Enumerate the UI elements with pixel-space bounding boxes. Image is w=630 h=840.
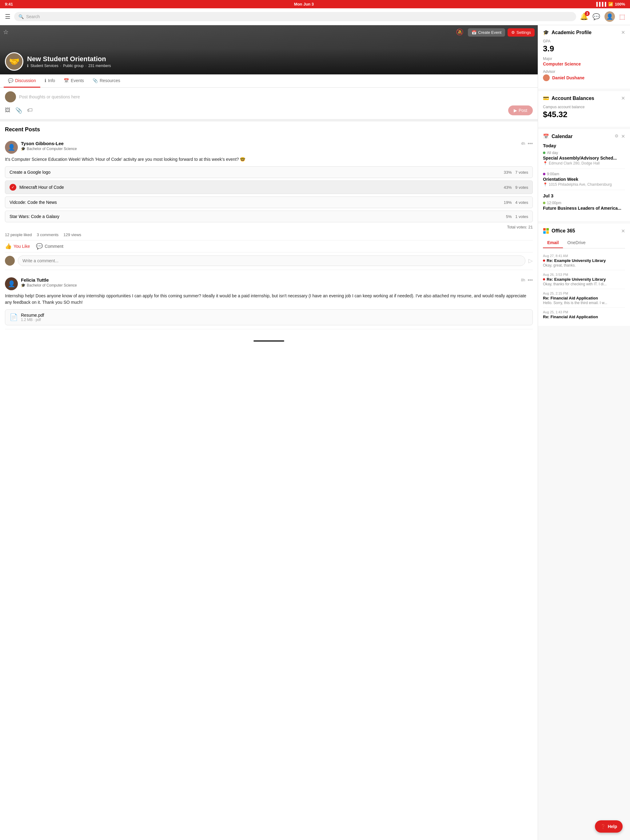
email-item-3[interactable]: Aug 25, 2:15 PM Re: Financial Aid Applic… (543, 289, 625, 308)
group-title: New Student Orientation (27, 55, 111, 63)
header-actions: 🔕 📅 Create Event ⚙ Settings (456, 28, 535, 36)
gpa-value: 3.9 (543, 44, 625, 54)
email-time-1: Aug 27, 8:41 AM (543, 254, 625, 257)
email-item-4[interactable]: Aug 25, 1:43 PM Re: Financial Aid Applic… (543, 308, 625, 322)
poll-option-4[interactable]: Star Wars: Code a Galaxy 5% 1 votes (5, 211, 533, 222)
email-item-2[interactable]: Aug 26, 3:53 PM Re: Example University L… (543, 270, 625, 289)
major-label: Major (543, 57, 625, 61)
left-column: ☆ 🔕 📅 Create Event ⚙ Settings 🤝 (0, 25, 538, 840)
academic-close-button[interactable]: ✕ (621, 30, 625, 35)
poll-option-3[interactable]: Vidcode: Code the News 19% 4 votes (5, 196, 533, 208)
tab-info[interactable]: ℹ Info (40, 74, 59, 88)
tab-email[interactable]: Email (543, 238, 563, 248)
balance-icon: 💳 (543, 95, 549, 101)
image-icon[interactable]: 🖼 (5, 107, 11, 114)
tab-resources[interactable]: 📎 Resources (88, 74, 125, 88)
attachment[interactable]: 📄 Resume.pdf 1.2 MB · pdf (5, 309, 533, 325)
post-media-icons: 🖼 📎 🏷 (5, 107, 33, 114)
post-placeholder[interactable]: Post thoughts or questions here (19, 95, 533, 99)
logout-icon[interactable]: ⬚ (619, 13, 625, 20)
gpa-row: GPA 3.9 (543, 39, 625, 54)
email-item-1[interactable]: Aug 27, 8:41 AM Re: Example University L… (543, 251, 625, 270)
post-author-info: 👤 Tyson Gibbons-Lee 🎓 Bachelor of Comput… (5, 141, 77, 154)
account-balances-close-button[interactable]: ✕ (621, 95, 625, 101)
email-subject-text-1: Re: Example University Library (547, 258, 606, 263)
help-button[interactable]: ❓ Help (595, 820, 623, 833)
tab-discussion[interactable]: 💬 Discussion (4, 74, 40, 88)
create-event-button[interactable]: 📅 Create Event (468, 28, 505, 36)
calendar-jul3-event[interactable]: 12:00pm Future Business Leaders of Ameri… (543, 201, 625, 214)
account-balances-header: 💳 Account Balances ✕ (543, 95, 625, 101)
cal-jul3-title: Future Business Leaders of America... (543, 206, 625, 211)
tab-info-label: Info (48, 78, 55, 83)
cal-event-1-loc: 📍 Edmund Clark 280, Dodge Hall (543, 161, 625, 166)
post-button[interactable]: ▶ Post (508, 106, 533, 115)
poll-option-selected[interactable]: ✓ Minecraft Hour of Code 43% 9 votes (5, 180, 533, 194)
attachment-type: pdf (36, 317, 41, 322)
comments-count: 3 comments (36, 232, 59, 237)
tab-events[interactable]: 📅 Events (59, 74, 88, 88)
post-box: Post thoughts or questions here 🖼 📎 🏷 ▶ … (0, 88, 538, 122)
user-avatar-nav[interactable]: 👤 (605, 11, 615, 22)
email-subject-4: Re: Financial Aid Application (543, 314, 625, 319)
like-button[interactable]: 👍 You Like (5, 243, 30, 249)
cal-event-1-loc-text: Edmund Clark 280, Dodge Hall (549, 161, 600, 166)
more-options-icon[interactable]: ••• (527, 141, 533, 146)
degree-icon-2: 🎓 (21, 283, 25, 287)
menu-icon[interactable]: ☰ (5, 13, 11, 20)
tab-onedrive[interactable]: OneDrive (563, 238, 590, 248)
poll-container: Create a Google logo 33% 7 votes ✓ Minec… (5, 166, 533, 229)
message-icon: 💬 (592, 13, 600, 20)
star-icon: ☆ (3, 28, 9, 35)
academic-title-text: Academic Profile (552, 30, 592, 35)
home-indicator (0, 338, 538, 344)
discussion-icon: 💬 (8, 78, 13, 83)
comment-button[interactable]: 💬 Comment (36, 243, 63, 249)
comment-input[interactable] (18, 256, 526, 266)
degree-icon: 🎓 (21, 147, 25, 151)
search-placeholder: Search (26, 14, 40, 19)
notification-off-icon[interactable]: 🔕 (456, 28, 464, 36)
calendar-settings-icon[interactable]: ⚙ (615, 133, 619, 139)
academic-icon: 🎓 (543, 30, 549, 35)
tag-icon[interactable]: 🏷 (27, 107, 33, 114)
academic-profile-title: 🎓 Academic Profile (543, 30, 592, 35)
poll-votes-count: 7 votes (515, 170, 528, 175)
settings-button[interactable]: ⚙ Settings (508, 28, 535, 36)
calendar-event-1[interactable]: All day Special Assembly/Advisory Sched.… (543, 151, 625, 169)
group-meta1: Student Services (30, 64, 59, 68)
cal-dot-3 (543, 202, 545, 204)
calendar-close-button[interactable]: ✕ (621, 133, 625, 139)
notification-badge: 3 (585, 11, 590, 16)
comment-send-icon[interactable]: ▷ (529, 257, 533, 264)
group-tabs: 💬 Discussion ℹ Info 📅 Events 📎 Resources (0, 74, 538, 88)
poll-option-label: Create a Google logo (9, 170, 51, 175)
email-preview-3: Hello. Sorry, this is the third email. I… (543, 301, 625, 305)
poll-votes-count-4: 1 votes (515, 214, 528, 219)
calendar-event-2[interactable]: 9:00am Orientation Week 📍 1015 Philadelp… (543, 172, 625, 190)
cal-jul3-time: 12:00pm (543, 201, 625, 205)
post-author-avatar-2: 👤 (5, 277, 18, 290)
group-meta2: Public group (63, 64, 84, 68)
email-tab-label: Email (547, 240, 559, 245)
post-author-sub-text: Bachelor of Computer Science (27, 147, 77, 151)
advisor-label: Advisor (543, 69, 625, 74)
email-subject-text-2: Re: Example University Library (547, 277, 606, 282)
more-options-icon-2[interactable]: ••• (527, 277, 533, 283)
svg-rect-3 (546, 231, 549, 234)
poll-option[interactable]: Create a Google logo 33% 7 votes (5, 166, 533, 178)
post-time-2: 8h (521, 278, 525, 282)
cal-event-2-title: Orientation Week (543, 177, 625, 182)
messages-icon-wrap[interactable]: 💬 (592, 13, 600, 20)
attachment-icon[interactable]: 📎 (15, 107, 22, 114)
office365-close-button[interactable]: ✕ (621, 228, 625, 234)
notification-bell-wrap[interactable]: 🔔 3 (580, 13, 588, 21)
info-tab-icon: ℹ (44, 78, 46, 83)
search-box[interactable]: 🔍 Search (14, 12, 576, 21)
account-balances-widget: 💳 Account Balances ✕ Campus account bala… (538, 91, 630, 127)
tab-events-label: Events (71, 78, 84, 83)
post-time: 4h (521, 141, 525, 146)
status-right: ▐▐▐▐ 📶 100% (595, 2, 625, 6)
post-card-2: 👤 Felicia Tuttle 🎓 Bachelor of Computer … (5, 274, 533, 329)
header-star-icon-wrap[interactable]: ☆ (3, 28, 9, 36)
